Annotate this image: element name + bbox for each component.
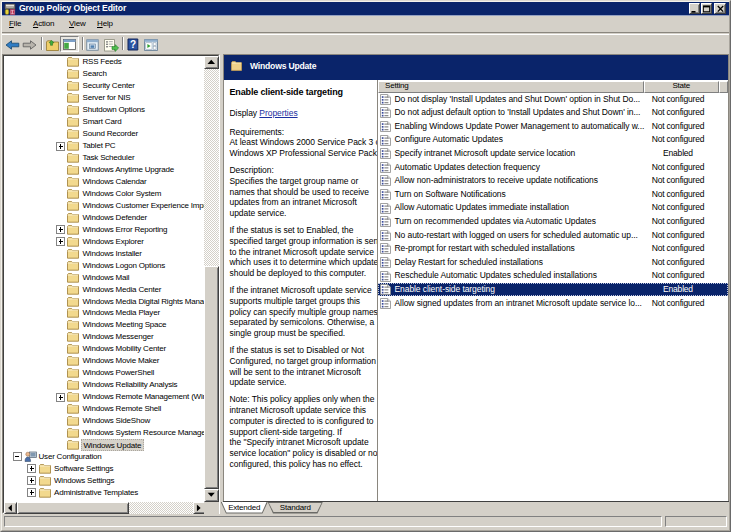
svg-text:?: ? [129,39,135,50]
